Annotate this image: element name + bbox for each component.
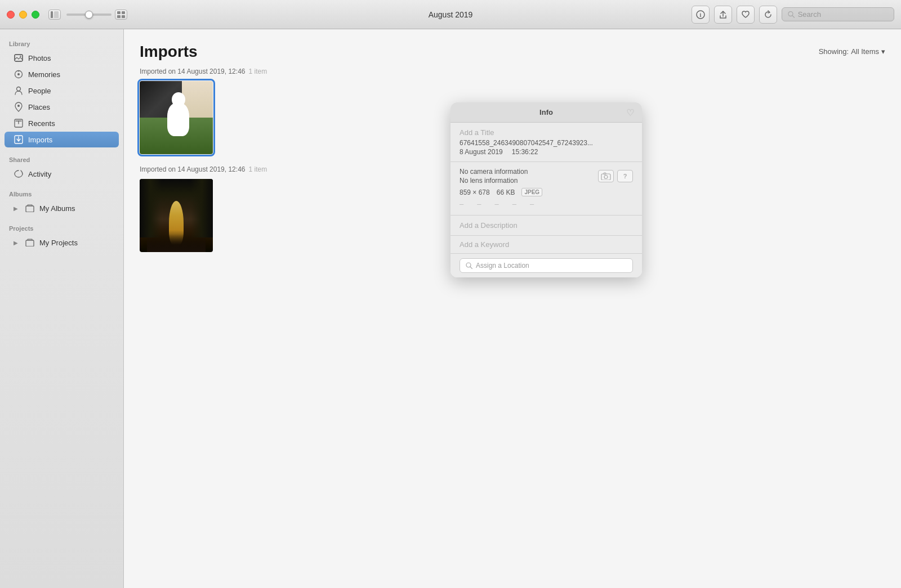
photo-thumb-2[interactable] bbox=[140, 179, 213, 252]
activity-icon bbox=[14, 169, 24, 179]
sidebar: Library Photos Memories bbox=[0, 29, 124, 588]
search-bar[interactable] bbox=[782, 7, 894, 21]
dash-3: – bbox=[494, 200, 498, 208]
svg-rect-3 bbox=[122, 11, 125, 14]
my-projects-icon bbox=[25, 237, 35, 248]
library-section-label: Library bbox=[0, 36, 123, 50]
info-panel: Info ♡ Add a Title 67641558_246349080704… bbox=[450, 102, 642, 277]
shared-section-label: Shared bbox=[0, 152, 123, 165]
sidebar-item-places[interactable]: Places bbox=[5, 99, 119, 115]
add-keyword-field[interactable]: Add a Keyword bbox=[450, 236, 642, 254]
dash-2: – bbox=[477, 200, 481, 208]
share-button[interactable] bbox=[714, 6, 732, 24]
view-toggle-button[interactable] bbox=[115, 10, 127, 20]
rotate-button[interactable] bbox=[759, 6, 777, 24]
recents-label: Recents bbox=[28, 119, 55, 128]
svg-rect-0 bbox=[51, 11, 53, 18]
close-button[interactable] bbox=[7, 11, 15, 19]
svg-line-26 bbox=[470, 267, 472, 269]
svg-rect-2 bbox=[117, 11, 121, 14]
projects-section-label: Projects bbox=[0, 221, 123, 234]
projects-expander-icon[interactable]: ▶ bbox=[14, 240, 18, 246]
search-input[interactable] bbox=[798, 10, 888, 19]
info-panel-title: Info bbox=[539, 108, 553, 116]
my-projects-label: My Projects bbox=[39, 239, 78, 247]
my-albums-label: My Albums bbox=[39, 204, 75, 213]
traffic-lights bbox=[7, 11, 39, 19]
recents-icon bbox=[14, 118, 24, 128]
zoom-slider-container bbox=[66, 14, 111, 16]
info-specs-row: 859 × 678 66 KB JPEG bbox=[460, 188, 633, 196]
no-camera-text: No camera information bbox=[460, 168, 528, 176]
main-content: Imports Showing: All Items ▾ Imported on… bbox=[124, 29, 901, 588]
info-filesize: 66 KB bbox=[497, 188, 515, 196]
info-dimensions: 859 × 678 bbox=[460, 188, 490, 196]
showing-label: Showing: bbox=[819, 47, 849, 56]
albums-section-label: Albums bbox=[0, 186, 123, 200]
titlebar-title: August 2019 bbox=[429, 10, 473, 19]
app-body: Library Photos Memories bbox=[0, 29, 901, 588]
import-group-2-date: Imported on 14 August 2019, 12:46 bbox=[140, 165, 245, 173]
info-dashes-row: – – – – – bbox=[460, 196, 633, 209]
import-group-2-count: 1 item bbox=[248, 165, 267, 173]
showing-filter[interactable]: Showing: All Items ▾ bbox=[819, 47, 885, 56]
content-header: Imports Showing: All Items ▾ bbox=[124, 29, 901, 68]
svg-rect-4 bbox=[117, 15, 121, 18]
my-albums-icon bbox=[25, 203, 35, 213]
zoom-slider-thumb[interactable] bbox=[85, 11, 93, 19]
photos-icon bbox=[14, 53, 24, 63]
fullscreen-button[interactable] bbox=[32, 11, 39, 19]
showing-value: All Items bbox=[851, 47, 879, 56]
favorite-button[interactable] bbox=[737, 6, 755, 24]
sidebar-item-photos[interactable]: Photos bbox=[5, 50, 119, 66]
showing-chevron-icon: ▾ bbox=[881, 47, 885, 56]
dash-5: – bbox=[530, 200, 534, 208]
activity-label: Activity bbox=[28, 170, 51, 178]
svg-rect-5 bbox=[122, 15, 125, 18]
svg-point-12 bbox=[20, 56, 21, 57]
assign-location-field[interactable]: Assign a Location bbox=[460, 258, 633, 273]
camera-raw-icon bbox=[598, 170, 614, 182]
places-icon bbox=[14, 102, 24, 112]
svg-rect-21 bbox=[26, 240, 34, 246]
location-placeholder-text: Assign a Location bbox=[476, 262, 529, 270]
info-format-badge: JPEG bbox=[521, 188, 542, 196]
memories-label: Memories bbox=[28, 70, 60, 79]
photo-thumb-1[interactable] bbox=[140, 81, 213, 154]
sidebar-item-people[interactable]: People bbox=[5, 83, 119, 98]
svg-point-14 bbox=[17, 73, 20, 75]
sidebar-toggle-button[interactable] bbox=[48, 10, 61, 20]
svg-text:i: i bbox=[700, 12, 702, 18]
imports-icon bbox=[14, 134, 24, 145]
camera-question-icon: ? bbox=[617, 170, 633, 182]
imports-label: Imports bbox=[28, 136, 52, 144]
info-button[interactable]: i bbox=[692, 6, 710, 24]
sidebar-item-activity[interactable]: Activity bbox=[5, 166, 119, 182]
import-group-1-date: Imported on 14 August 2019, 12:46 bbox=[140, 68, 245, 75]
sidebar-item-my-albums[interactable]: ▶ My Albums bbox=[5, 200, 119, 216]
page-title: Imports bbox=[140, 43, 198, 61]
dash-4: – bbox=[512, 200, 516, 208]
info-panel-heart-button[interactable]: ♡ bbox=[626, 107, 634, 118]
info-date: 8 August 2019 bbox=[460, 148, 503, 156]
titlebar: August 2019 i bbox=[0, 0, 901, 29]
albums-expander-icon[interactable]: ▶ bbox=[14, 205, 18, 212]
sidebar-item-imports[interactable]: Imports bbox=[5, 132, 119, 147]
minimize-button[interactable] bbox=[19, 11, 27, 19]
svg-rect-20 bbox=[26, 206, 34, 212]
add-description-field[interactable]: Add a Description bbox=[450, 216, 642, 236]
zoom-slider-track[interactable] bbox=[66, 14, 111, 16]
svg-point-23 bbox=[604, 176, 608, 179]
info-location-row: Assign a Location bbox=[450, 254, 642, 277]
info-title-section: Add a Title 67641558_2463490807042547_67… bbox=[450, 123, 642, 162]
sidebar-item-memories[interactable]: Memories bbox=[5, 66, 119, 82]
search-icon bbox=[788, 11, 795, 18]
info-camera-section: No camera information No lens informatio… bbox=[450, 162, 642, 216]
titlebar-controls bbox=[48, 10, 127, 20]
sidebar-item-my-projects[interactable]: ▶ My Projects bbox=[5, 235, 119, 250]
svg-rect-1 bbox=[54, 11, 59, 18]
dash-1: – bbox=[460, 200, 463, 208]
people-icon bbox=[14, 86, 24, 96]
add-title-field[interactable]: Add a Title bbox=[460, 128, 633, 137]
sidebar-item-recents[interactable]: Recents bbox=[5, 115, 119, 131]
